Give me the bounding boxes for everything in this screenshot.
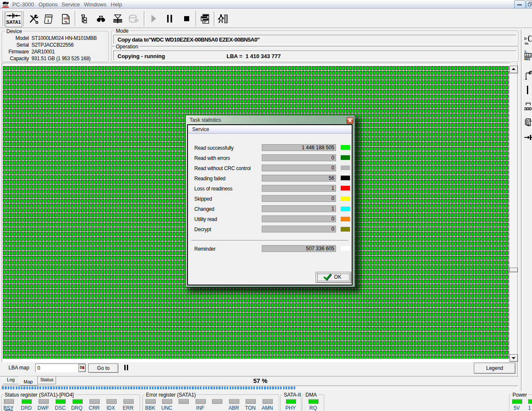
svg-text:i: i — [48, 18, 49, 23]
svg-text:%: % — [64, 20, 67, 24]
svg-text:RES: RES — [524, 58, 530, 61]
svg-text:OIIOI: OIIOI — [46, 16, 52, 18]
svg-text:1↓: 1↓ — [524, 50, 527, 53]
svg-text:0 0 0: 0 0 0 — [525, 55, 531, 57]
